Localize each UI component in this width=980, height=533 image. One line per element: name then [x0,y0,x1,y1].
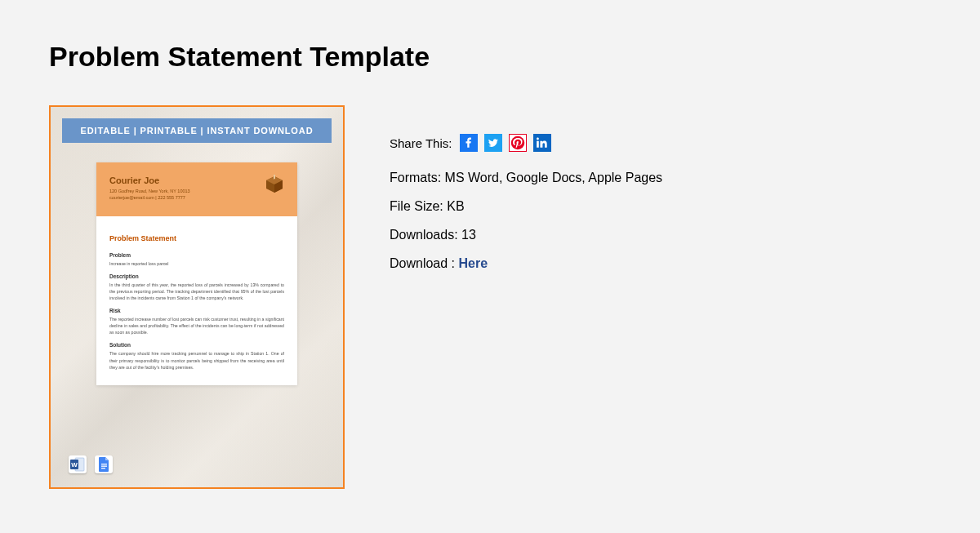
twitter-icon[interactable] [484,134,502,152]
page-title: Problem Statement Template [49,41,931,73]
doc-title: Problem Statement [109,234,284,242]
section-heading-problem: Problem [109,252,284,258]
svg-rect-0 [274,175,275,180]
brand-contact: courierjoe@email.com | 222 555 7777 [109,195,284,200]
brand-name: Courier Joe [109,175,284,185]
download-link[interactable]: Here [459,256,488,270]
file-size-text: File Size: KB [390,197,662,216]
section-heading-solution: Solution [109,342,284,348]
details-column: Share This: Formats: MS Word, Google Doc… [390,105,662,282]
content-row: EDITABLE | PRINTABLE | INSTANT DOWNLOAD … [49,105,931,489]
section-text-problem: Increase in reported loss parcel [109,260,284,267]
svg-text:W: W [71,461,78,469]
svg-rect-6 [101,468,105,469]
formats-text: Formats: MS Word, Google Docs, Apple Pag… [390,168,662,188]
facebook-icon[interactable] [460,134,478,152]
template-preview-card: EDITABLE | PRINTABLE | INSTANT DOWNLOAD … [49,105,345,489]
doc-body: Problem Statement Problem Increase in re… [96,216,297,385]
share-label: Share This: [390,136,452,150]
preview-banner: EDITABLE | PRINTABLE | INSTANT DOWNLOAD [62,118,332,143]
pinterest-icon[interactable] [509,134,527,152]
linkedin-icon[interactable] [533,134,551,152]
section-text-solution: The company should hire more tracking pe… [109,350,284,370]
section-text-description: In the third quarter of this year, the r… [109,282,284,301]
googledocs-icon [95,455,113,473]
msword-icon: W [69,455,87,473]
download-row: Download : Here [390,254,662,273]
download-label: Download : [390,256,459,270]
section-heading-description: Description [109,273,284,279]
format-logos: W [69,455,113,473]
svg-rect-4 [101,464,107,464]
downloads-text: Downloads: 13 [390,225,662,245]
brand-address: 120 Godfrey Road, New York, NY 10013 [109,189,284,193]
share-icons [460,134,551,152]
svg-rect-5 [101,466,107,467]
share-row: Share This: [390,134,662,152]
preview-document: Courier Joe 120 Godfrey Road, New York, … [96,162,297,385]
box-icon [265,175,284,198]
section-heading-risk: Risk [109,308,284,313]
doc-header: Courier Joe 120 Godfrey Road, New York, … [96,162,297,216]
section-text-risk: The reported increase number of lost par… [109,316,284,335]
